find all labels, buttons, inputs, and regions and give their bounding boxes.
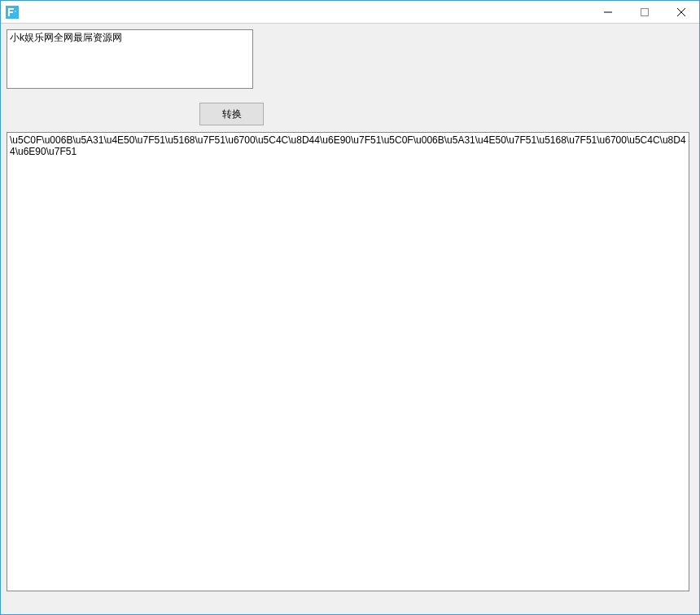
convert-button[interactable]: 转换 — [199, 103, 264, 125]
output-textarea[interactable] — [7, 132, 689, 591]
minimize-button[interactable] — [589, 1, 626, 23]
titlebar — [1, 1, 699, 24]
title-left — [6, 6, 24, 19]
window-controls — [589, 1, 699, 23]
button-row: 转换 — [7, 103, 693, 125]
svg-rect-2 — [641, 8, 648, 15]
maximize-button[interactable] — [626, 1, 663, 23]
close-button[interactable] — [663, 1, 699, 23]
app-icon — [6, 6, 19, 19]
client-area: 转换 — [1, 24, 699, 614]
input-textarea[interactable] — [7, 29, 253, 89]
app-window: 转换 — [0, 0, 700, 615]
